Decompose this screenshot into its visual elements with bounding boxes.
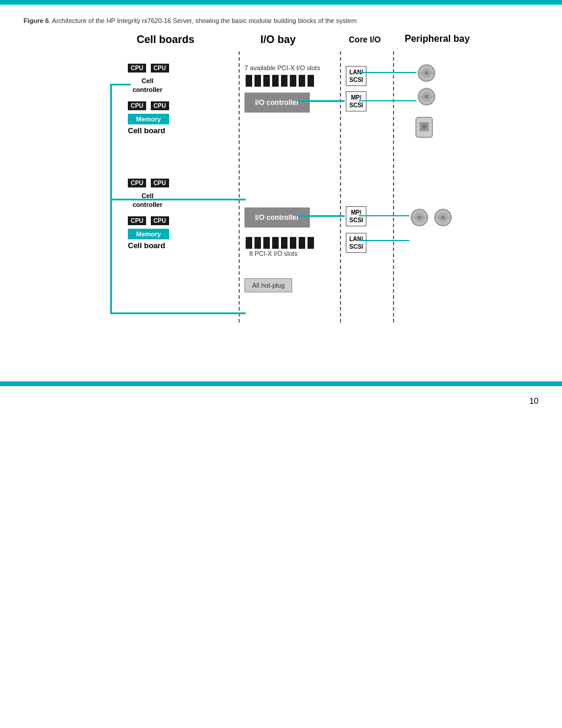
pci-slots-top xyxy=(246,75,314,87)
drive-icons-bottom xyxy=(409,207,453,228)
cpu-box-2: CPU xyxy=(151,64,169,73)
figure-caption: Figure 6. Architecture of the HP Integri… xyxy=(24,17,538,25)
pci-slot xyxy=(308,237,314,249)
pci-slot xyxy=(290,75,296,87)
header-core-io: Core I/O xyxy=(349,35,381,44)
figure-text: . Architecture of the HP Integrity rx762… xyxy=(49,17,357,24)
svg-rect-3 xyxy=(418,72,435,74)
cpu-box-1: CPU xyxy=(128,64,146,73)
pci-slot xyxy=(272,75,279,87)
pci-slot xyxy=(299,75,305,87)
slots-top-label: 7 available PCI-X I/O slots xyxy=(244,64,320,71)
io-to-core-line-bottom xyxy=(297,215,345,217)
mp-to-drive-bottom xyxy=(359,215,409,216)
cpu-box-3: CPU xyxy=(128,101,146,110)
mp-scsi-top: MP/ SCSI xyxy=(346,91,366,111)
connector-v-top-left xyxy=(110,84,112,199)
cpu-row-2-top: CPU CPU xyxy=(128,100,171,110)
page-content: Figure 6. Architecture of the HP Integri… xyxy=(0,5,562,340)
cell-board-label-top: Cell board xyxy=(128,126,166,135)
page-number: 10 xyxy=(529,396,538,406)
connector-h-bottom-bottom xyxy=(110,312,246,314)
pci-slot xyxy=(263,237,270,249)
divider-1 xyxy=(239,51,240,322)
drive-icon-4 xyxy=(433,207,453,228)
cell-controller-top: Cell controller xyxy=(133,77,163,94)
cpu-box-6: CPU xyxy=(151,179,169,187)
all-hotplug: All hot-plug xyxy=(244,278,292,292)
drive-icon-3 xyxy=(409,207,429,228)
pci-slot xyxy=(281,237,287,249)
slots-bottom-label: 8 PCI-X I/O slots xyxy=(249,250,297,257)
memory-box-bottom: Memory xyxy=(128,229,169,239)
cpu-row-1-top: CPU CPU xyxy=(128,62,171,73)
cell-board-label-bottom: Cell board xyxy=(128,241,166,250)
drive-icon-1 xyxy=(416,63,437,85)
divider-3 xyxy=(393,51,394,322)
pci-slot xyxy=(308,75,314,87)
lan-scsi-top: LAN/ SCSI xyxy=(346,66,366,86)
connector-h-top-left xyxy=(110,84,131,85)
pci-slot xyxy=(246,237,252,249)
pci-slot xyxy=(281,75,287,87)
lan-to-drive-bottom xyxy=(359,240,409,241)
top-decorative-bar xyxy=(0,0,562,5)
svg-rect-7 xyxy=(418,95,435,98)
pci-slot xyxy=(299,237,305,249)
cpu-row-2-bottom: CPU CPU xyxy=(128,215,171,225)
mp-to-drive-line xyxy=(359,100,416,101)
pci-slot xyxy=(290,237,296,249)
connector-v-bottom xyxy=(110,199,112,314)
cpu-box-7: CPU xyxy=(128,216,146,225)
cpu-box-5: CPU xyxy=(128,179,146,187)
pci-slots-bottom xyxy=(246,237,314,249)
cpu-box-8: CPU xyxy=(151,216,169,225)
svg-rect-18 xyxy=(434,216,452,219)
drive-icon-2 xyxy=(416,87,437,109)
io-to-core-line-top xyxy=(297,100,345,102)
divider-2 xyxy=(340,51,341,322)
memory-box-top: Memory xyxy=(128,114,169,124)
bottom-decorative-bar xyxy=(0,381,562,386)
header-io-bay: I/O bay xyxy=(260,34,296,46)
pci-slot xyxy=(272,237,279,249)
memory-top-container: Memory xyxy=(128,112,169,124)
header-cell-boards: Cell boards xyxy=(137,34,194,46)
mp-scsi-bottom: MP/ SCSI xyxy=(346,206,366,226)
figure-label: Figure 6 xyxy=(24,17,49,24)
cell-controller-bottom: Cell controller xyxy=(133,192,163,209)
lan-scsi-bottom: LAN/ SCSI xyxy=(346,233,366,253)
io-controller-bottom: I/O controller xyxy=(244,207,310,228)
connector-h-bottom-left xyxy=(110,199,131,200)
architecture-diagram: Cell boards I/O bay Core I/O Peripheral … xyxy=(28,34,534,328)
header-peripheral-bay: Peripheral bay xyxy=(405,34,470,44)
lan-to-drive-line xyxy=(359,72,416,73)
cpu-box-4: CPU xyxy=(151,101,169,110)
device-icon-top xyxy=(414,116,435,141)
io-controller-top: I/O controller xyxy=(244,93,310,113)
pci-slot xyxy=(246,75,252,87)
svg-rect-14 xyxy=(411,216,428,219)
pci-slot xyxy=(263,75,270,87)
cpu-row-1-bottom: CPU CPU xyxy=(128,177,171,187)
svg-point-10 xyxy=(422,124,427,129)
memory-bottom-container: Memory xyxy=(128,227,169,239)
pci-slot xyxy=(254,75,261,87)
pci-slot xyxy=(254,237,261,249)
